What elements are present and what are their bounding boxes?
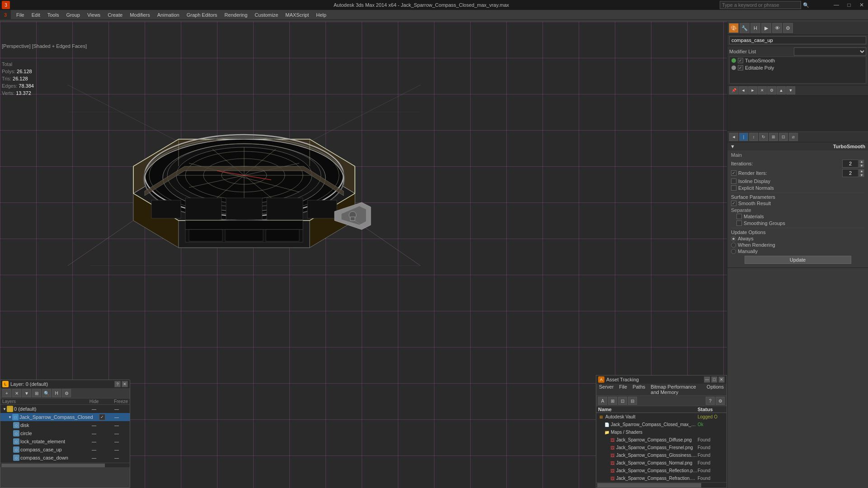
layer-visible-check[interactable] bbox=[99, 414, 105, 420]
layers-close-btn[interactable]: ✕ bbox=[122, 381, 128, 387]
arrow-right-btn[interactable]: ► bbox=[748, 86, 757, 94]
mod-checkbox[interactable] bbox=[738, 65, 743, 70]
asset-row-vault[interactable]: ⊞ Autodesk Vault Logged O bbox=[596, 413, 726, 421]
materials-checkbox[interactable] bbox=[736, 214, 742, 219]
rp-icon-motion[interactable]: ▶ bbox=[761, 23, 771, 33]
asset-menu-server[interactable]: Server bbox=[596, 384, 616, 395]
nav-left-btn[interactable]: ◄ bbox=[729, 133, 738, 141]
layers-new-btn[interactable]: + bbox=[2, 389, 11, 397]
layers-find-btn[interactable]: 🔍 bbox=[42, 389, 51, 397]
asset-help-btn[interactable]: ? bbox=[706, 397, 715, 405]
explicit-normals-checkbox[interactable] bbox=[731, 185, 736, 191]
asset-row-maps[interactable]: 📁 Maps / Shaders bbox=[596, 428, 726, 436]
asset-menu-paths[interactable]: Paths bbox=[630, 384, 648, 395]
menu-tools[interactable]: Tools bbox=[44, 10, 63, 20]
layers-delete-btn[interactable]: ✕ bbox=[12, 389, 21, 397]
render-iters-input[interactable]: 2 bbox=[842, 169, 859, 177]
asset-row-normal[interactable]: 🖼 Jack_Sparrow_Compass_Normal.png Found bbox=[596, 459, 726, 467]
rp-icon-modify[interactable]: 🔧 bbox=[740, 23, 750, 33]
isoline-checkbox[interactable] bbox=[731, 178, 736, 184]
layers-scroll-thumb[interactable] bbox=[1, 464, 105, 467]
manually-radio[interactable] bbox=[731, 249, 736, 254]
up-btn[interactable]: ▲ bbox=[777, 86, 786, 94]
menu-animation[interactable]: Animation bbox=[154, 10, 183, 20]
menu-rendering[interactable]: Rendering bbox=[221, 10, 251, 20]
asset-settings-btn[interactable]: ⚙ bbox=[716, 397, 725, 405]
misc-icon-3[interactable]: ⧄ bbox=[789, 133, 798, 141]
modifier-item-turbosmooth[interactable]: TurboSmooth bbox=[730, 57, 866, 64]
menu-create[interactable]: Create bbox=[104, 10, 126, 20]
rp-icon-display[interactable]: 👁 bbox=[772, 23, 782, 33]
render-iters-up[interactable]: ▲ bbox=[859, 169, 864, 173]
render-iters-checkbox[interactable] bbox=[731, 170, 736, 176]
menu-graph-editors[interactable]: Graph Editors bbox=[183, 10, 221, 20]
asset-row-reflection[interactable]: 🖼 Jack_Sparrow_Compass_Reflection.png Fo… bbox=[596, 467, 726, 474]
asset-scrollbar-horizontal[interactable] bbox=[596, 482, 726, 488]
asset-close-btn[interactable]: ✕ bbox=[718, 376, 725, 383]
asset-row-maxfile[interactable]: 📄 Jack_Sparrow_Compass_Closed_max_vray.m… bbox=[596, 421, 726, 428]
menu-views[interactable]: Views bbox=[84, 10, 104, 20]
rp-icon-hierarchy[interactable]: H bbox=[750, 23, 760, 33]
config-btn[interactable]: ⚙ bbox=[767, 86, 776, 94]
layer-row-lock[interactable]: ◇ lock_rotate_element — — bbox=[0, 437, 130, 446]
maximize-button[interactable]: □ bbox=[843, 0, 855, 10]
pin-btn[interactable]: 📌 bbox=[729, 86, 738, 94]
close-button[interactable]: ✕ bbox=[855, 0, 868, 10]
asset-menu-options[interactable]: Options bbox=[704, 384, 726, 395]
layers-highlight-btn[interactable]: H bbox=[52, 389, 61, 397]
layers-question-btn[interactable]: ? bbox=[114, 381, 121, 387]
layer-row-disk[interactable]: ◇ disk — — bbox=[0, 421, 130, 429]
asset-row-refraction[interactable]: 🖼 Jack_Sparrow_Compass_Refraction.png Fo… bbox=[596, 474, 726, 482]
misc-icon-2[interactable]: ⊡ bbox=[779, 133, 788, 141]
render-iters-spinner[interactable]: 2 ▲ ▼ bbox=[842, 169, 864, 177]
iterations-down[interactable]: ▼ bbox=[859, 164, 864, 168]
menu-edit[interactable]: Edit bbox=[28, 10, 44, 20]
layer-row-default[interactable]: ▼ □ 0 (default) — — bbox=[0, 405, 130, 413]
asset-minimize-btn[interactable]: — bbox=[704, 376, 710, 383]
asset-row-diffuse[interactable]: 🖼 Jack_Sparrow_Compass_Diffuse.png Found bbox=[596, 436, 726, 444]
layers-add-btn[interactable]: ▼ bbox=[22, 389, 31, 397]
layer-row-jsc[interactable]: ▼ □ Jack_Sparrow_Compass_Closed — bbox=[0, 413, 130, 421]
viewport-label[interactable]: [Perspective] [Shaded + Edged Faces] bbox=[2, 43, 87, 49]
object-name-input[interactable]: compass_case_up bbox=[729, 36, 866, 44]
asset-content[interactable]: ⊞ Autodesk Vault Logged O 📄 Jack_Sparrow… bbox=[596, 413, 726, 482]
update-button[interactable]: Update bbox=[745, 256, 851, 264]
search-bar[interactable]: 🔍 bbox=[720, 0, 809, 10]
menu-file[interactable]: File bbox=[13, 10, 28, 20]
asset-btn-4[interactable]: ⊟ bbox=[628, 397, 637, 405]
turbosmooth-header[interactable]: ▼ TurboSmooth bbox=[727, 142, 868, 150]
menu-modifiers[interactable]: Modifiers bbox=[126, 10, 154, 20]
render-iters-down[interactable]: ▼ bbox=[859, 173, 864, 177]
smooth-result-checkbox[interactable] bbox=[731, 201, 736, 206]
menu-maxscript[interactable]: MAXScript bbox=[282, 10, 312, 20]
modifier-item-editable-poly[interactable]: Editable Poly bbox=[730, 64, 866, 71]
rp-icon-color[interactable]: 🎨 bbox=[729, 23, 739, 33]
when-rendering-radio[interactable] bbox=[731, 243, 736, 248]
modify-icon[interactable]: | bbox=[739, 133, 748, 141]
asset-titlebar[interactable]: A Asset Tracking — □ ✕ bbox=[596, 375, 726, 384]
layers-content[interactable]: ▼ □ 0 (default) — — ▼ □ Jack_Sparrow_Com… bbox=[0, 405, 130, 463]
menu-customize[interactable]: Customize bbox=[251, 10, 282, 20]
layers-select-btn[interactable]: ⊞ bbox=[32, 389, 41, 397]
layer-row-circle[interactable]: ◇ circle — — bbox=[0, 429, 130, 437]
menu-help[interactable]: Help bbox=[312, 10, 330, 20]
layers-window-controls[interactable]: ? ✕ bbox=[114, 381, 128, 387]
asset-row-glossiness[interactable]: 🖼 Jack_Sparrow_Compass_Glossiness.png Fo… bbox=[596, 451, 726, 459]
asset-row-fresnel[interactable]: 🖼 Jack_Sparrow_Compass_Fresnel.png Found bbox=[596, 444, 726, 451]
asset-btn-3[interactable]: ⊡ bbox=[618, 397, 627, 405]
modifier-dropdown[interactable] bbox=[794, 47, 866, 56]
layers-scrollbar[interactable] bbox=[0, 463, 130, 467]
asset-maximize-btn[interactable]: □ bbox=[711, 376, 717, 383]
layers-titlebar[interactable]: L Layer: 0 (default) ? ✕ bbox=[0, 380, 130, 388]
asset-scroll-thumb[interactable] bbox=[597, 483, 701, 488]
search-icon[interactable]: 🔍 bbox=[803, 2, 809, 8]
layer-row-caseup[interactable]: ◇ compass_case_up — — bbox=[0, 446, 130, 454]
misc-icon[interactable]: ⊞ bbox=[769, 133, 778, 141]
minimize-button[interactable]: — bbox=[830, 0, 843, 10]
layers-options-btn[interactable]: ⚙ bbox=[62, 389, 71, 397]
rp-icon-utilities[interactable]: ⚙ bbox=[783, 23, 793, 33]
mod-checkbox[interactable] bbox=[738, 58, 743, 63]
asset-window-controls[interactable]: — □ ✕ bbox=[704, 376, 725, 383]
window-controls[interactable]: — □ ✕ bbox=[830, 0, 868, 10]
asset-menu-bitmap[interactable]: Bitmap Performance and Memory bbox=[648, 384, 704, 395]
